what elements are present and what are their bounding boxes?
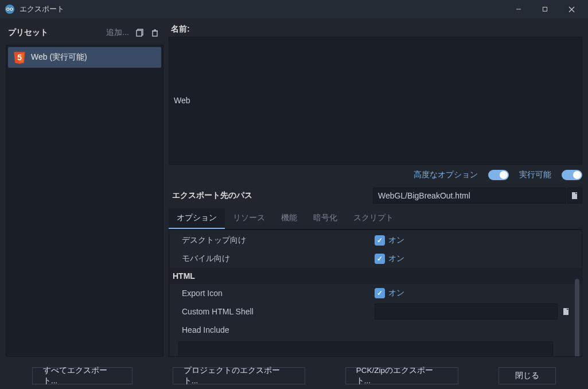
advanced-options-label: 高度なオプション — [414, 170, 478, 180]
titlebar: エクスポート — [0, 0, 588, 18]
tab-options[interactable]: オプション — [169, 208, 225, 229]
close-button[interactable] — [558, 0, 585, 18]
tab-resources[interactable]: リソース — [225, 208, 273, 229]
export-icon-label: Export Icon — [182, 289, 375, 298]
svg-point-0 — [5, 5, 14, 14]
tab-features[interactable]: 機能 — [273, 208, 305, 229]
presets-panel: プリセット 追加... 5 Web (実行可能) — [0, 18, 166, 363]
head-include-label-row: Head Include — [169, 321, 582, 339]
maximize-button[interactable] — [532, 0, 558, 18]
preset-item-web[interactable]: 5 Web (実行可能) — [8, 47, 161, 68]
svg-text:5: 5 — [17, 53, 22, 62]
godot-icon — [5, 4, 15, 14]
desktop-label: デスクトップ向け — [182, 235, 375, 246]
add-preset-button[interactable]: 追加... — [106, 28, 129, 38]
desktop-checkbox[interactable] — [375, 235, 385, 246]
mobile-label: モバイル向け — [182, 254, 375, 264]
custom-shell-row: Custom HTML Shell — [169, 302, 582, 321]
expand-icon[interactable] — [556, 341, 574, 357]
svg-rect-11 — [153, 31, 157, 36]
custom-shell-input[interactable] — [375, 304, 558, 320]
svg-rect-6 — [543, 7, 547, 11]
main-panel: 名前: 高度なオプション 実行可能 エクスポート先のパス オプション リソース … — [166, 18, 588, 363]
preset-item-label: Web (実行可能) — [31, 52, 87, 63]
desktop-state: オン — [388, 235, 404, 246]
runnable-toggle[interactable] — [562, 170, 582, 180]
export-all-button[interactable]: すべてエクスポート... — [32, 367, 133, 384]
export-project-button[interactable]: プロジェクトのエクスポート... — [173, 367, 305, 384]
options-scroll: デスクトップ向け オン モバイル向け オン HTML Export Icon オ… — [169, 229, 582, 357]
export-icon-row: Export Icon オン — [169, 284, 582, 302]
svg-point-4 — [11, 9, 13, 10]
name-input[interactable] — [169, 37, 582, 165]
close-dialog-button[interactable]: 閉じる — [499, 367, 556, 384]
desktop-row: デスクトップ向け オン — [169, 231, 582, 250]
trash-icon[interactable] — [149, 26, 161, 39]
svg-rect-10 — [137, 30, 142, 36]
custom-shell-label: Custom HTML Shell — [182, 307, 375, 316]
copy-icon[interactable] — [134, 26, 146, 39]
export-path-label: エクスポート先のパス — [169, 190, 373, 201]
window-title: エクスポート — [20, 5, 505, 14]
export-icon-state: オン — [388, 288, 404, 298]
tab-scripts[interactable]: スクリプト — [345, 208, 402, 229]
custom-shell-browse[interactable] — [559, 304, 574, 320]
export-path-input[interactable] — [373, 188, 566, 204]
svg-point-3 — [7, 9, 9, 10]
advanced-options-toggle[interactable] — [488, 170, 509, 180]
preset-list: 5 Web (実行可能) — [6, 45, 163, 357]
tabs: オプション リソース 機能 暗号化 スクリプト — [169, 208, 582, 229]
name-label: 名前: — [169, 24, 582, 37]
html5-icon: 5 — [13, 50, 26, 64]
minimize-button[interactable] — [505, 0, 532, 18]
mobile-state: オン — [388, 254, 404, 264]
runnable-label: 実行可能 — [519, 170, 551, 180]
mobile-row: モバイル向け オン — [169, 250, 582, 268]
html-section-header: HTML — [169, 268, 582, 284]
bottom-bar: すべてエクスポート... プロジェクトのエクスポート... PCK/Zipのエク… — [0, 363, 588, 389]
tab-encryption[interactable]: 暗号化 — [305, 208, 345, 229]
mobile-checkbox[interactable] — [375, 254, 385, 264]
presets-title: プリセット — [6, 28, 106, 38]
scrollbar-thumb[interactable] — [575, 279, 579, 357]
head-include-label: Head Include — [182, 325, 375, 334]
export-pck-button[interactable]: PCK/Zipのエクスポート... — [345, 367, 458, 384]
head-include-textarea[interactable] — [178, 341, 553, 357]
export-icon-checkbox[interactable] — [375, 288, 385, 298]
file-browse-button[interactable] — [567, 188, 582, 204]
